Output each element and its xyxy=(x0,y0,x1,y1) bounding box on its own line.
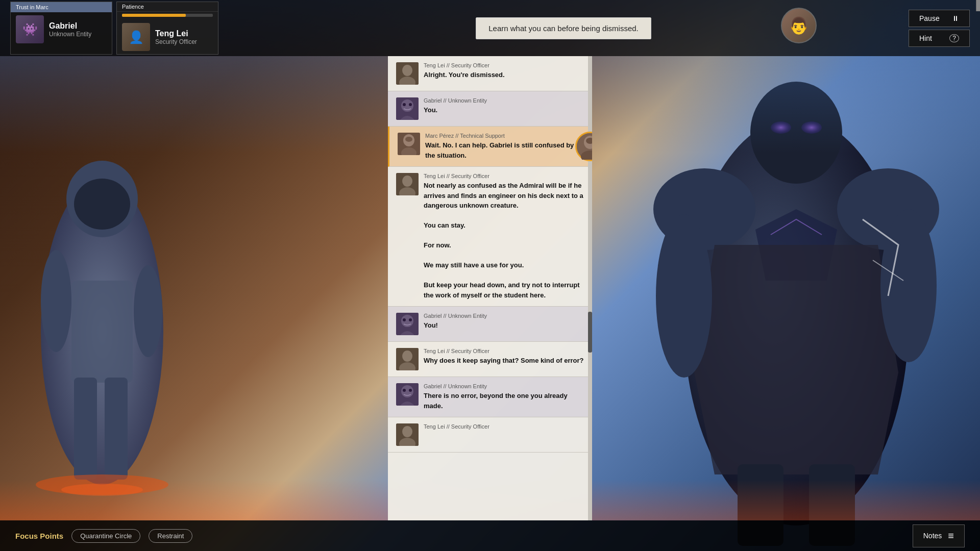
hud-buttons: Pause ⏸ Hint ? xyxy=(909,10,970,47)
character-cards: Trust in Marc 👾 Gabriel Unknown Entity P… xyxy=(10,2,218,55)
msg7-content: Gabriel // Unknown Entity There is no er… xyxy=(424,383,584,411)
teng-name: Teng Lei xyxy=(155,29,197,38)
pause-icon: ⏸ xyxy=(952,14,959,22)
msg6-text: Why does it keep saying that? Some kind … xyxy=(424,356,584,366)
gabriel-role: Unknown Entity xyxy=(49,31,91,38)
chat-scrollbar-thumb[interactable] xyxy=(588,312,592,353)
svg-point-36 xyxy=(402,176,412,187)
gabriel-avatar-msg2 xyxy=(396,97,419,120)
restraint-label: Restraint xyxy=(157,532,184,540)
teng-name-info: Teng Lei Security Officer xyxy=(155,29,197,45)
msg8-content: Teng Lei // Security Officer xyxy=(424,423,584,431)
patience-bar-fill xyxy=(122,14,186,17)
svg-point-43 xyxy=(402,350,412,362)
msg2-content: Gabriel // Unknown Entity You. xyxy=(424,97,584,115)
teng-avatar-msg1 xyxy=(396,62,419,85)
hint-icon: ? xyxy=(949,34,959,42)
svg-point-2 xyxy=(74,179,130,230)
notes-button[interactable]: Notes ≡ xyxy=(913,524,965,547)
svg-point-41 xyxy=(409,318,412,321)
msg7-text: There is no error, beyond the one you al… xyxy=(424,391,584,411)
msg2-text: You. xyxy=(424,105,584,115)
svg-point-50 xyxy=(402,426,412,437)
marc-float-avatar xyxy=(575,132,592,161)
teng-avatar-msg6 xyxy=(396,348,419,370)
gabriel-name: Gabriel xyxy=(49,21,91,31)
msg1-content: Teng Lei // Security Officer Alright. Yo… xyxy=(424,62,584,80)
chat-scroll[interactable]: Teng Lei // Security Officer Alright. Yo… xyxy=(388,56,592,520)
teng-avatar-msg8 xyxy=(396,423,419,446)
teng-card-info: 👤 Teng Lei Security Officer xyxy=(117,20,218,54)
chat-scrollbar-track[interactable] xyxy=(588,56,592,520)
pause-label: Pause xyxy=(919,14,940,22)
msg5-text: You! xyxy=(424,320,584,331)
marc-avatar-msg3 xyxy=(398,133,420,155)
svg-point-19 xyxy=(880,209,937,362)
gabriel-avatar-msg7 xyxy=(396,383,419,406)
gabriel-card: Trust in Marc 👾 Gabriel Unknown Entity xyxy=(10,2,112,55)
teng-avatar: 👤 xyxy=(122,23,150,51)
list-item: Teng Lei // Security Officer xyxy=(388,417,592,453)
patience-label: Patience xyxy=(122,4,144,10)
patience-header: Patience xyxy=(117,2,218,12)
quarantine-circle-tag[interactable]: Quarantine Circle xyxy=(71,529,140,543)
player-avatar: 👨 xyxy=(781,8,817,43)
msg7-speaker: Gabriel // Unknown Entity xyxy=(424,383,584,389)
msg3-text: Wait. No. I can help. Gabriel is still c… xyxy=(425,140,574,160)
list-item: Gabriel // Unknown Entity You! xyxy=(388,307,592,342)
chat-panel: Teng Lei // Security Officer Alright. Yo… xyxy=(388,56,592,520)
list-item: Teng Lei // Security Officer Why does it… xyxy=(388,342,592,377)
svg-point-18 xyxy=(656,214,712,378)
svg-point-26 xyxy=(409,103,412,106)
msg3-content: Marc Pérez // Technical Support Wait. No… xyxy=(425,133,574,160)
msg8-speaker: Teng Lei // Security Officer xyxy=(424,423,584,430)
list-item: Teng Lei // Security Officer Alright. Yo… xyxy=(388,56,592,91)
msg4-content: Teng Lei // Security Officer Not nearly … xyxy=(424,173,584,300)
teng-avatar-msg4 xyxy=(396,173,419,195)
bottom-bar: Focus Points Quarantine Circle Restraint… xyxy=(0,520,980,551)
gabriel-card-info: 👾 Gabriel Unknown Entity xyxy=(11,12,112,46)
teng-card: Patience 👤 Teng Lei Security Officer xyxy=(116,2,218,55)
svg-rect-7 xyxy=(105,378,128,480)
svg-point-25 xyxy=(403,103,406,106)
svg-point-21 xyxy=(402,65,412,76)
hint-box: Learn what you can before being dismisse… xyxy=(476,17,651,39)
msg1-speaker: Teng Lei // Security Officer xyxy=(424,62,584,68)
msg4-text: Not nearly as confused as the Admiral wi… xyxy=(424,181,584,300)
notes-icon: ≡ xyxy=(948,530,954,542)
msg6-speaker: Teng Lei // Security Officer xyxy=(424,348,584,354)
trust-label: Trust in Marc xyxy=(11,2,112,12)
quarantine-circle-label: Quarantine Circle xyxy=(80,532,132,540)
msg3-speaker: Marc Pérez // Technical Support xyxy=(425,133,574,139)
focus-label: Focus Points xyxy=(15,532,63,540)
hint-label: Hint xyxy=(919,34,932,42)
svg-point-30 xyxy=(405,137,412,142)
gabriel-name-info: Gabriel Unknown Entity xyxy=(49,21,91,38)
notes-label: Notes xyxy=(923,532,942,540)
list-item: Marc Pérez // Technical Support Wait. No… xyxy=(388,127,592,167)
pause-button[interactable]: Pause ⏸ xyxy=(909,10,970,27)
svg-rect-3 xyxy=(71,281,133,383)
hint-button[interactable]: Hint ? xyxy=(909,30,970,47)
svg-point-48 xyxy=(409,389,412,392)
list-item: Gabriel // Unknown Entity You. xyxy=(388,91,592,127)
left-character xyxy=(0,138,245,520)
msg5-content: Gabriel // Unknown Entity You! xyxy=(424,313,584,331)
msg2-speaker: Gabriel // Unknown Entity xyxy=(424,97,584,104)
msg6-content: Teng Lei // Security Officer Why does it… xyxy=(424,348,584,366)
hint-text: Learn what you can before being dismisse… xyxy=(488,24,639,33)
gabriel-avatar: 👾 xyxy=(16,15,44,43)
patience-close[interactable] xyxy=(976,0,980,11)
svg-rect-6 xyxy=(74,378,97,480)
svg-point-47 xyxy=(403,389,406,392)
svg-point-40 xyxy=(403,318,406,321)
svg-point-5 xyxy=(134,265,162,357)
list-item: Gabriel // Unknown Entity There is no er… xyxy=(388,377,592,417)
msg4-speaker: Teng Lei // Security Officer xyxy=(424,173,584,179)
top-hud: Trust in Marc 👾 Gabriel Unknown Entity P… xyxy=(0,0,980,56)
list-item: Teng Lei // Security Officer Not nearly … xyxy=(388,167,592,307)
msg1-text: Alright. You're dismissed. xyxy=(424,70,584,80)
msg5-speaker: Gabriel // Unknown Entity xyxy=(424,313,584,319)
restraint-tag[interactable]: Restraint xyxy=(149,529,192,543)
gabriel-avatar-msg5 xyxy=(396,313,419,335)
